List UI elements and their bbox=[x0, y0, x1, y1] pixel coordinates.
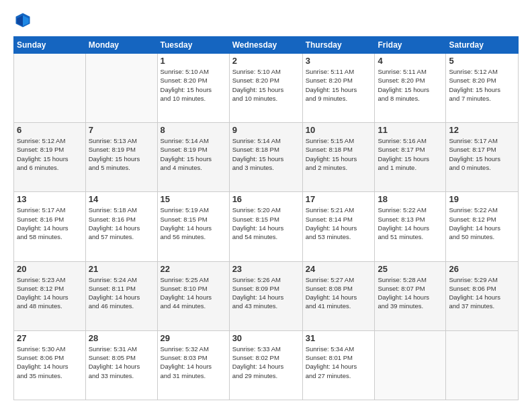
day-number: 4 bbox=[378, 56, 443, 66]
calendar-cell: 9Sunrise: 5:14 AM Sunset: 8:18 PM Daylig… bbox=[229, 123, 302, 192]
day-info: Sunrise: 5:13 AM Sunset: 8:19 PM Dayligh… bbox=[89, 136, 154, 172]
calendar-cell: 3Sunrise: 5:11 AM Sunset: 8:20 PM Daylig… bbox=[302, 54, 375, 123]
day-number: 11 bbox=[378, 125, 443, 135]
calendar-cell: 31Sunrise: 5:34 AM Sunset: 8:01 PM Dayli… bbox=[302, 330, 375, 400]
day-info: Sunrise: 5:21 AM Sunset: 8:14 PM Dayligh… bbox=[306, 205, 372, 241]
calendar-row: 20Sunrise: 5:23 AM Sunset: 8:12 PM Dayli… bbox=[14, 261, 519, 330]
calendar-cell: 7Sunrise: 5:13 AM Sunset: 8:19 PM Daylig… bbox=[85, 123, 157, 192]
day-number: 25 bbox=[378, 264, 443, 274]
day-info: Sunrise: 5:31 AM Sunset: 8:05 PM Dayligh… bbox=[89, 345, 154, 380]
day-info: Sunrise: 5:34 AM Sunset: 8:01 PM Dayligh… bbox=[306, 345, 372, 380]
day-info: Sunrise: 5:12 AM Sunset: 8:20 PM Dayligh… bbox=[449, 67, 515, 103]
calendar: SundayMondayTuesdayWednesdayThursdayFrid… bbox=[13, 36, 519, 400]
day-number: 30 bbox=[232, 333, 300, 343]
weekday-header: Thursday bbox=[302, 37, 375, 54]
calendar-cell bbox=[446, 330, 519, 400]
calendar-cell: 18Sunrise: 5:22 AM Sunset: 8:13 PM Dayli… bbox=[375, 192, 446, 261]
weekday-header: Saturday bbox=[446, 37, 519, 54]
day-number: 10 bbox=[306, 125, 372, 135]
calendar-cell: 15Sunrise: 5:19 AM Sunset: 8:15 PM Dayli… bbox=[157, 192, 229, 261]
day-info: Sunrise: 5:14 AM Sunset: 8:18 PM Dayligh… bbox=[232, 136, 300, 172]
day-number: 18 bbox=[378, 194, 443, 204]
calendar-cell: 19Sunrise: 5:22 AM Sunset: 8:12 PM Dayli… bbox=[446, 192, 519, 261]
day-info: Sunrise: 5:17 AM Sunset: 8:17 PM Dayligh… bbox=[449, 136, 515, 172]
day-info: Sunrise: 5:29 AM Sunset: 8:06 PM Dayligh… bbox=[449, 275, 515, 311]
day-info: Sunrise: 5:17 AM Sunset: 8:16 PM Dayligh… bbox=[17, 205, 83, 241]
day-number: 23 bbox=[232, 264, 300, 274]
day-number: 8 bbox=[161, 125, 226, 135]
day-number: 13 bbox=[17, 194, 83, 204]
calendar-cell: 8Sunrise: 5:14 AM Sunset: 8:19 PM Daylig… bbox=[157, 123, 229, 192]
calendar-cell bbox=[375, 330, 446, 400]
header bbox=[13, 11, 519, 30]
calendar-cell: 22Sunrise: 5:25 AM Sunset: 8:10 PM Dayli… bbox=[157, 261, 229, 330]
page: SundayMondayTuesdayWednesdayThursdayFrid… bbox=[0, 0, 532, 411]
day-info: Sunrise: 5:19 AM Sunset: 8:15 PM Dayligh… bbox=[161, 205, 226, 241]
logo-icon bbox=[13, 11, 32, 30]
calendar-cell: 12Sunrise: 5:17 AM Sunset: 8:17 PM Dayli… bbox=[446, 123, 519, 192]
day-number: 5 bbox=[449, 56, 515, 66]
calendar-cell: 26Sunrise: 5:29 AM Sunset: 8:06 PM Dayli… bbox=[446, 261, 519, 330]
day-number: 7 bbox=[89, 125, 154, 135]
weekday-header: Wednesday bbox=[229, 37, 302, 54]
calendar-cell: 17Sunrise: 5:21 AM Sunset: 8:14 PM Dayli… bbox=[302, 192, 375, 261]
day-info: Sunrise: 5:18 AM Sunset: 8:16 PM Dayligh… bbox=[89, 205, 154, 241]
calendar-cell: 30Sunrise: 5:33 AM Sunset: 8:02 PM Dayli… bbox=[229, 330, 302, 400]
day-info: Sunrise: 5:22 AM Sunset: 8:13 PM Dayligh… bbox=[378, 205, 443, 241]
day-number: 21 bbox=[89, 264, 154, 274]
calendar-cell bbox=[85, 54, 157, 123]
weekday-row: SundayMondayTuesdayWednesdayThursdayFrid… bbox=[14, 37, 519, 54]
calendar-row: 13Sunrise: 5:17 AM Sunset: 8:16 PM Dayli… bbox=[14, 192, 519, 261]
calendar-cell: 25Sunrise: 5:28 AM Sunset: 8:07 PM Dayli… bbox=[375, 261, 446, 330]
calendar-header: SundayMondayTuesdayWednesdayThursdayFrid… bbox=[14, 37, 519, 54]
day-number: 22 bbox=[161, 264, 226, 274]
calendar-cell: 14Sunrise: 5:18 AM Sunset: 8:16 PM Dayli… bbox=[85, 192, 157, 261]
day-info: Sunrise: 5:14 AM Sunset: 8:19 PM Dayligh… bbox=[161, 136, 226, 172]
calendar-cell: 1Sunrise: 5:10 AM Sunset: 8:20 PM Daylig… bbox=[157, 54, 229, 123]
day-info: Sunrise: 5:10 AM Sunset: 8:20 PM Dayligh… bbox=[232, 67, 300, 103]
calendar-cell: 6Sunrise: 5:12 AM Sunset: 8:19 PM Daylig… bbox=[14, 123, 86, 192]
calendar-cell: 2Sunrise: 5:10 AM Sunset: 8:20 PM Daylig… bbox=[229, 54, 302, 123]
weekday-header: Sunday bbox=[14, 37, 86, 54]
day-info: Sunrise: 5:15 AM Sunset: 8:18 PM Dayligh… bbox=[306, 136, 372, 172]
calendar-cell: 28Sunrise: 5:31 AM Sunset: 8:05 PM Dayli… bbox=[85, 330, 157, 400]
day-info: Sunrise: 5:10 AM Sunset: 8:20 PM Dayligh… bbox=[161, 67, 226, 103]
day-number: 27 bbox=[17, 333, 83, 343]
day-number: 6 bbox=[17, 125, 83, 135]
weekday-header: Monday bbox=[85, 37, 157, 54]
calendar-row: 6Sunrise: 5:12 AM Sunset: 8:19 PM Daylig… bbox=[14, 123, 519, 192]
calendar-cell: 16Sunrise: 5:20 AM Sunset: 8:15 PM Dayli… bbox=[229, 192, 302, 261]
day-info: Sunrise: 5:12 AM Sunset: 8:19 PM Dayligh… bbox=[17, 136, 83, 172]
day-number: 15 bbox=[161, 194, 226, 204]
calendar-cell: 24Sunrise: 5:27 AM Sunset: 8:08 PM Dayli… bbox=[302, 261, 375, 330]
day-info: Sunrise: 5:28 AM Sunset: 8:07 PM Dayligh… bbox=[378, 275, 443, 311]
day-info: Sunrise: 5:27 AM Sunset: 8:08 PM Dayligh… bbox=[306, 275, 372, 311]
day-number: 9 bbox=[232, 125, 300, 135]
calendar-cell: 29Sunrise: 5:32 AM Sunset: 8:03 PM Dayli… bbox=[157, 330, 229, 400]
day-number: 17 bbox=[306, 194, 372, 204]
calendar-cell: 21Sunrise: 5:24 AM Sunset: 8:11 PM Dayli… bbox=[85, 261, 157, 330]
day-number: 31 bbox=[306, 333, 372, 343]
day-info: Sunrise: 5:24 AM Sunset: 8:11 PM Dayligh… bbox=[89, 275, 154, 311]
calendar-cell: 13Sunrise: 5:17 AM Sunset: 8:16 PM Dayli… bbox=[14, 192, 86, 261]
day-info: Sunrise: 5:20 AM Sunset: 8:15 PM Dayligh… bbox=[232, 205, 300, 241]
calendar-body: 1Sunrise: 5:10 AM Sunset: 8:20 PM Daylig… bbox=[14, 54, 519, 400]
weekday-header: Friday bbox=[375, 37, 446, 54]
calendar-cell: 27Sunrise: 5:30 AM Sunset: 8:06 PM Dayli… bbox=[14, 330, 86, 400]
day-number: 28 bbox=[89, 333, 154, 343]
day-info: Sunrise: 5:33 AM Sunset: 8:02 PM Dayligh… bbox=[232, 345, 300, 380]
day-number: 14 bbox=[89, 194, 154, 204]
day-info: Sunrise: 5:23 AM Sunset: 8:12 PM Dayligh… bbox=[17, 275, 83, 311]
calendar-cell: 11Sunrise: 5:16 AM Sunset: 8:17 PM Dayli… bbox=[375, 123, 446, 192]
day-info: Sunrise: 5:11 AM Sunset: 8:20 PM Dayligh… bbox=[306, 67, 372, 103]
day-info: Sunrise: 5:25 AM Sunset: 8:10 PM Dayligh… bbox=[161, 275, 226, 311]
day-number: 16 bbox=[232, 194, 300, 204]
day-info: Sunrise: 5:30 AM Sunset: 8:06 PM Dayligh… bbox=[17, 345, 83, 380]
day-info: Sunrise: 5:32 AM Sunset: 8:03 PM Dayligh… bbox=[161, 345, 226, 380]
calendar-cell: 23Sunrise: 5:26 AM Sunset: 8:09 PM Dayli… bbox=[229, 261, 302, 330]
calendar-row: 1Sunrise: 5:10 AM Sunset: 8:20 PM Daylig… bbox=[14, 54, 519, 123]
calendar-cell: 10Sunrise: 5:15 AM Sunset: 8:18 PM Dayli… bbox=[302, 123, 375, 192]
day-info: Sunrise: 5:16 AM Sunset: 8:17 PM Dayligh… bbox=[378, 136, 443, 172]
day-info: Sunrise: 5:26 AM Sunset: 8:09 PM Dayligh… bbox=[232, 275, 300, 311]
day-number: 24 bbox=[306, 264, 372, 274]
